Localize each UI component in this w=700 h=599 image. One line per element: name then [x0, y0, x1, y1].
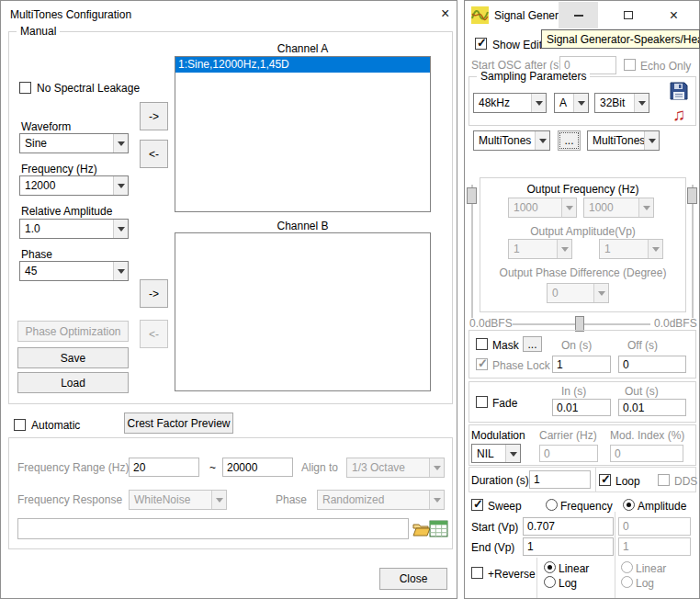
music-notes-icon[interactable]: ♫	[672, 106, 685, 123]
sweep-start-input[interactable]	[523, 517, 614, 536]
dbfs-right-label: 0.0dBFS	[654, 317, 697, 330]
save-button[interactable]: Save	[17, 347, 129, 368]
wave-type-value: MultiTones	[474, 131, 535, 150]
minimize-button[interactable]	[559, 2, 598, 28]
output-frequency-label: Output Frequency (Hz)	[480, 183, 686, 196]
channel-b-label: Channel B	[175, 220, 431, 232]
scale-log-b-radio	[621, 576, 633, 588]
left-level-slider-thumb[interactable]	[467, 187, 477, 204]
remove-from-channel-a-button[interactable]: <-	[140, 140, 168, 168]
relative-amplitude-select[interactable]: 1.0	[19, 219, 129, 239]
output-phase-difference-value: 0	[548, 284, 593, 302]
output-phase-difference-select: 0	[547, 283, 609, 303]
mask-label: Mask	[492, 339, 519, 352]
minimize-icon	[574, 15, 583, 17]
relative-amplitude-label: Relative Amplitude	[21, 205, 112, 218]
right-level-slider-track[interactable]	[692, 185, 694, 318]
reverse-checkbox[interactable]	[471, 567, 483, 579]
sweep-checkbox[interactable]	[471, 499, 483, 511]
mask-off-input[interactable]	[618, 356, 686, 373]
open-folder-icon[interactable]	[412, 522, 431, 539]
no-spectral-leakage-checkbox[interactable]	[19, 82, 31, 94]
wave-type-b-value: MultiTones	[588, 131, 644, 150]
chevron-down-icon	[113, 176, 128, 195]
echo-only-label: Echo Only	[640, 60, 691, 73]
frequency-range-from-input	[129, 458, 199, 477]
dialog-title: MultiTones Configuration	[10, 8, 131, 21]
show-editor-checkbox[interactable]	[475, 38, 487, 50]
divider	[595, 467, 596, 492]
left-level-slider-track[interactable]	[471, 185, 473, 318]
fade-checkbox[interactable]	[476, 396, 488, 408]
wave-options-button[interactable]: ...	[558, 130, 581, 151]
align-to-value: 1/3 Octave	[347, 458, 429, 477]
no-spectral-leakage-label: No Spectral Leakage	[37, 82, 140, 95]
frequency-label: Frequency (Hz)	[21, 163, 97, 175]
channel-a-label: Channel A	[175, 42, 431, 55]
phase-select[interactable]: 45	[19, 261, 129, 281]
chevron-down-icon	[648, 240, 662, 258]
dds-label: DDS	[674, 475, 697, 488]
wave-type-select[interactable]: MultiTones	[473, 130, 550, 151]
sample-rate-select[interactable]: 48kHz	[473, 93, 547, 113]
channel-b-listbox[interactable]	[175, 232, 431, 391]
sweep-amplitude-label: Amplitude	[638, 500, 686, 513]
sweep-frequency-radio[interactable]	[546, 499, 558, 511]
right-level-slider-thumb[interactable]	[687, 187, 697, 204]
maximize-button[interactable]	[610, 2, 647, 28]
crest-factor-preview-button[interactable]: Crest Factor Preview	[124, 413, 233, 434]
output-frequency-a-select: 1000	[508, 198, 577, 218]
mask-checkbox[interactable]	[476, 338, 488, 350]
load-button[interactable]: Load	[17, 372, 129, 393]
sample-rate-value: 48kHz	[474, 94, 531, 112]
automatic-checkbox[interactable]	[14, 419, 26, 431]
sweep-amplitude-radio[interactable]	[623, 499, 635, 511]
bit-depth-select[interactable]: 32Bit	[594, 93, 649, 113]
automatic-label: Automatic	[31, 419, 80, 432]
fade-out-label: Out (s)	[625, 385, 659, 398]
echo-only-checkbox	[624, 59, 636, 71]
scale-linear-radio[interactable]	[544, 561, 556, 573]
spreadsheet-grid-icon[interactable]	[429, 519, 448, 541]
close-window-button[interactable]: ×	[653, 2, 694, 28]
duration-label: Duration (s)	[471, 474, 529, 487]
phase-value: 45	[20, 262, 113, 280]
modulation-type-select[interactable]: NIL	[471, 444, 521, 463]
add-to-channel-b-button[interactable]: ->	[140, 279, 168, 308]
bit-depth-value: 32Bit	[595, 94, 634, 112]
channel-select[interactable]: A	[554, 93, 589, 113]
scale-linear-b-radio	[621, 561, 633, 573]
close-icon[interactable]: ×	[441, 6, 449, 21]
chevron-down-icon	[634, 94, 649, 112]
loop-checkbox[interactable]	[599, 474, 611, 486]
chevron-down-icon	[638, 198, 653, 217]
frequency-select[interactable]: 12000	[19, 175, 129, 196]
chevron-down-icon	[211, 491, 226, 509]
frequency-response-label: Frequency Response	[17, 493, 122, 506]
fade-in-label: In (s)	[561, 385, 586, 398]
channel-a-list-item[interactable]: 1:Sine,12000Hz,1,45D	[175, 57, 430, 73]
save-icon[interactable]	[669, 81, 689, 104]
mask-options-button[interactable]: ...	[523, 336, 542, 352]
reverse-label: +Reverse	[488, 568, 536, 581]
close-button[interactable]: Close	[379, 568, 447, 590]
mask-on-input[interactable]	[552, 356, 611, 373]
waveform-select[interactable]: Sine	[19, 133, 129, 153]
fade-in-input[interactable]	[552, 399, 611, 416]
wave-type-b-select[interactable]: MultiTones	[587, 130, 660, 151]
file-path-input	[17, 518, 409, 539]
channel-a-listbox[interactable]: 1:Sine,12000Hz,1,45D	[175, 56, 431, 212]
duration-input[interactable]	[529, 470, 591, 489]
fade-out-input[interactable]	[618, 399, 686, 416]
output-phase-difference-label: Output Phase Difference (Degree)	[480, 266, 686, 279]
end-vp-label: End (Vp)	[471, 541, 514, 554]
sweep-end-input[interactable]	[523, 537, 614, 556]
divider	[615, 512, 615, 598]
phase-label: Phase	[21, 248, 52, 261]
dds-checkbox	[658, 474, 670, 486]
scale-log-radio[interactable]	[544, 576, 556, 588]
modulation-label: Modulation	[471, 429, 525, 442]
auto-phase-select: Randomized	[317, 490, 445, 510]
add-to-channel-a-button[interactable]: ->	[140, 102, 168, 130]
frequency-range-label: Frequency Range (Hz)	[17, 461, 129, 474]
